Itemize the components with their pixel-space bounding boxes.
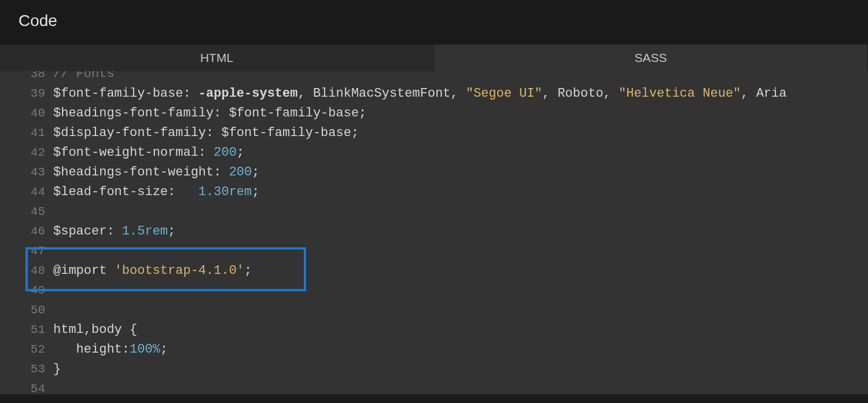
token-variable: $headings-font-weight [53, 165, 214, 179]
token-punc: : [214, 165, 229, 179]
token-punc: , [604, 86, 619, 101]
token-punc: , [297, 86, 312, 101]
token-number: 1.30rem [198, 185, 252, 199]
line-number: 52 [0, 340, 53, 360]
line-number: 51 [0, 320, 53, 340]
code-line: 54 [0, 379, 868, 394]
token-ident: BlinkMacSystemFont [313, 86, 451, 101]
token-property: height [76, 342, 122, 357]
token-string: "Helvetica Neue" [619, 86, 741, 101]
token-number: 200 [229, 165, 252, 179]
tab-sass[interactable]: SASS [434, 45, 868, 71]
token-string: "Segoe UI" [466, 86, 542, 101]
code-line: 42 $font-weight-normal: 200; [0, 143, 868, 163]
code-line: 50 [0, 301, 868, 320]
line-number: 50 [0, 301, 53, 320]
token-punc: } [53, 362, 61, 376]
token-punc: ; [351, 126, 359, 140]
token-punc: ; [168, 224, 175, 239]
token-punc: ; [252, 165, 259, 179]
token-ident: Roboto [557, 86, 603, 101]
token-punc: : [214, 106, 229, 120]
token-punc: ; [244, 263, 252, 278]
token-ident: Aria [756, 86, 787, 101]
token-number: 100% [130, 342, 160, 357]
token-variable: $display-font-family [53, 126, 206, 140]
code-line: 41 $display-font-family: $font-family-ba… [0, 123, 868, 143]
line-number: 53 [0, 360, 53, 379]
token-variable: $headings-font-family [53, 106, 214, 120]
token-variable: $spacer [53, 224, 106, 239]
token-variable: $font-family-base [221, 126, 351, 140]
code-line: 40 $headings-font-family: $font-family-b… [0, 104, 868, 123]
token-punc [106, 263, 114, 278]
code-line: 51 html,body { [0, 320, 868, 340]
token-punc: : [122, 342, 130, 357]
token-variable: $lead-font-size [53, 185, 168, 199]
token-variable: $font-weight-normal [53, 145, 198, 160]
code-line: 48 @import 'bootstrap-4.1.0'; [0, 261, 868, 281]
line-number: 44 [0, 182, 53, 202]
token-punc: , [451, 86, 466, 101]
token-number: 1.5rem [122, 224, 168, 239]
token-punc: : [206, 126, 221, 140]
line-number: 43 [0, 163, 53, 182]
code-line: 43 $headings-font-weight: 200; [0, 163, 868, 182]
line-number: 47 [0, 241, 53, 261]
token-punc: : [198, 145, 214, 160]
token-punc: ; [359, 106, 366, 120]
token-variable: $font-family-base [53, 86, 183, 101]
token-number: 200 [214, 145, 237, 160]
code-line: 53 } [0, 360, 868, 379]
line-number: 39 [0, 84, 53, 104]
tab-html[interactable]: HTML [0, 45, 434, 71]
line-number: 54 [0, 379, 53, 394]
code-editor[interactable]: 38 // Fonts 39 $font-family-base: -apple… [0, 71, 868, 394]
line-number: 45 [0, 202, 53, 222]
line-number: 49 [0, 281, 53, 301]
line-number: 48 [0, 261, 53, 281]
code-line: 47 [0, 241, 868, 261]
line-number: 41 [0, 123, 53, 143]
code-line: 44 $lead-font-size: 1.30rem; [0, 182, 868, 202]
line-number: 40 [0, 104, 53, 123]
token-punc: , [741, 86, 756, 101]
code-line: 49 [0, 281, 868, 301]
code-line: 52 height:100%; [0, 340, 868, 360]
token-punc: ; [160, 342, 168, 357]
token-punc: ; [237, 145, 244, 160]
token-keyword: @import [53, 263, 106, 278]
token-punc: { [130, 323, 137, 337]
code-line: 39 $font-family-base: -apple-system, Bli… [0, 84, 868, 104]
line-number: 46 [0, 222, 53, 241]
line-number: 38 [0, 71, 53, 84]
code-line: 45 [0, 202, 868, 222]
token-punc: : [106, 224, 122, 239]
tab-bar: HTML SASS [0, 45, 868, 71]
code-line: 46 $spacer: 1.5rem; [0, 222, 868, 241]
line-number: 42 [0, 143, 53, 163]
token-variable: $font-family-base [229, 106, 359, 120]
token-selector: html,body [53, 323, 130, 337]
header: Code [0, 0, 868, 45]
token-punc: : [183, 86, 198, 101]
token-string: 'bootstrap-4.1.0' [115, 263, 244, 278]
token-punc: , [542, 86, 557, 101]
token-punc: : [168, 185, 198, 199]
token-ident: -apple-system [198, 86, 298, 101]
code-line: 38 // Fonts [0, 71, 868, 84]
token-comment: // Fonts [53, 71, 115, 81]
token-punc: ; [252, 185, 259, 199]
panel-title: Code [19, 12, 868, 30]
code-lines: 38 // Fonts 39 $font-family-base: -apple… [0, 71, 868, 394]
token-indent [53, 342, 76, 357]
